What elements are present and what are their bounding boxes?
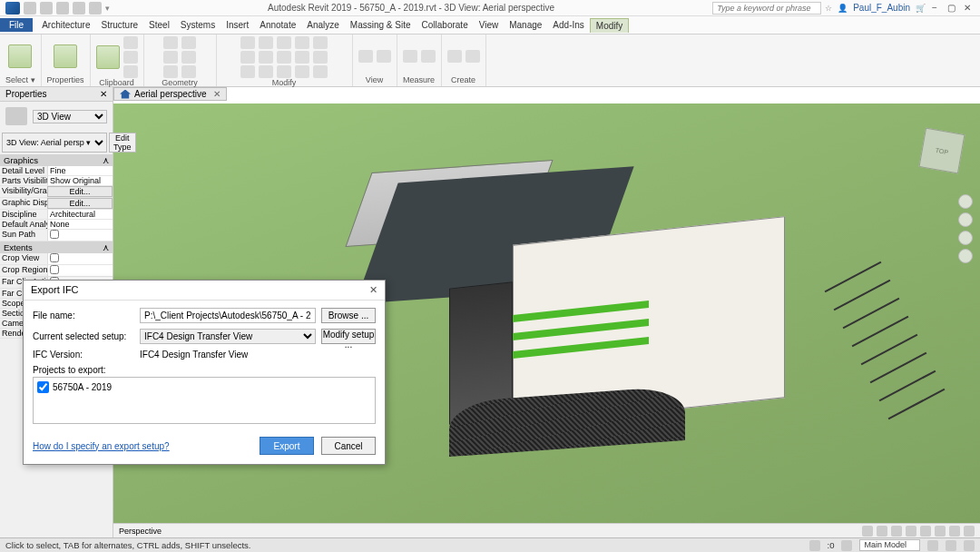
viewbar-icon-6[interactable] [935,526,946,537]
mod-icon-13[interactable] [313,36,328,49]
filename-input[interactable] [140,308,316,323]
align-icon[interactable] [240,36,255,49]
tab-architecture[interactable]: Architecture [36,18,95,32]
nav-orbit-icon[interactable] [958,249,973,263]
rotate-icon[interactable] [277,51,291,64]
cropview-checkbox[interactable] [50,253,59,262]
qat-undo-icon[interactable] [56,2,69,15]
help-search-input[interactable] [712,2,821,15]
scale-icon[interactable] [277,65,291,78]
tab-annotate[interactable]: Annotate [254,18,301,32]
view-tab-close-icon[interactable]: ✕ [213,89,220,99]
nav-pan-icon[interactable] [958,212,973,227]
modify-setup-button[interactable]: Modify setup ... [321,329,376,344]
help-link[interactable]: How do I specify an export setup? [33,441,252,451]
setup-select[interactable]: IFC4 Design Transfer View [140,329,316,344]
tab-steel[interactable]: Steel [143,18,175,32]
join-icon[interactable] [163,65,178,78]
cancel-button[interactable]: Cancel [321,437,376,455]
view-icon-1[interactable] [358,50,373,63]
qat-redo-icon[interactable] [73,2,85,15]
extents-section[interactable]: Extents⋏ [0,242,113,253]
array-icon[interactable] [259,65,273,78]
close-button[interactable]: ✕ [960,3,975,13]
copy-icon[interactable] [123,51,138,64]
nav-zoom-icon[interactable] [958,231,973,245]
filter-icon[interactable] [841,540,852,551]
mod-icon-14[interactable] [313,51,328,64]
edit-type-button[interactable]: Edit Type [109,133,136,153]
view-tab[interactable]: Aerial perspective ✕ [113,87,227,101]
viewbar-icon-1[interactable] [862,526,873,537]
dialog-titlebar[interactable]: Export IFC ✕ [24,281,385,301]
workset-select[interactable]: Main Model [859,539,920,551]
project-item[interactable]: 56750A - 2019 [37,381,371,393]
dimension-icon[interactable] [421,50,436,63]
view-icon-2[interactable] [377,50,391,63]
tab-structure[interactable]: Structure [95,18,143,32]
sunpath-checkbox[interactable] [50,230,59,239]
viewbar-icon-8[interactable] [964,526,975,537]
tab-addins[interactable]: Add-Ins [547,18,589,32]
modify-tool-icon[interactable] [8,44,32,68]
file-menu[interactable]: File [0,18,33,32]
measure-icon[interactable] [403,50,417,63]
delete-icon[interactable] [295,65,309,78]
cut-icon[interactable] [123,36,138,49]
pin-icon[interactable] [295,51,309,64]
cope-icon[interactable] [163,36,178,49]
type-select[interactable]: 3D View [33,110,107,123]
match-icon[interactable] [123,65,138,78]
paste-tool-icon[interactable] [96,45,120,69]
home-icon[interactable] [120,90,131,99]
view-cube[interactable]: TOP [919,128,965,174]
tab-manage[interactable]: Manage [504,18,547,32]
info-icon[interactable]: ☆ [825,4,832,13]
type-selector[interactable]: 3D View [0,102,113,131]
signin-icon[interactable]: 👤 [838,4,848,13]
viewbar-icon-4[interactable] [906,526,916,537]
properties-tool-icon[interactable] [54,44,77,68]
qat-open-icon[interactable] [24,2,36,15]
mod-icon-15[interactable] [313,65,328,78]
view-perspective-label[interactable]: Perspective [119,527,162,536]
tab-insert[interactable]: Insert [220,18,254,32]
geom-icon-5[interactable] [181,51,196,64]
cart-icon[interactable]: 🛒 [916,4,926,13]
tab-view[interactable]: View [474,18,505,32]
graphics-section[interactable]: Graphics⋏ [0,154,113,166]
tab-analyze[interactable]: Analyze [301,18,345,32]
user-name[interactable]: Paul_F_Aubin [853,3,910,13]
project-checkbox[interactable] [37,381,49,393]
browse-button[interactable]: Browse ... [321,308,376,323]
status-icon-1[interactable] [809,540,820,551]
viewbar-icon-5[interactable] [920,526,931,537]
properties-close-icon[interactable]: ✕ [100,89,107,99]
move-icon[interactable] [240,51,255,64]
viewbar-icon-3[interactable] [891,526,902,537]
minimize-button[interactable]: − [927,3,942,13]
copy-mod-icon[interactable] [259,51,273,64]
create-icon-2[interactable] [466,50,480,63]
viewbar-icon-7[interactable] [949,526,960,537]
maximize-button[interactable]: ▢ [944,3,958,13]
viewbar-icon-2[interactable] [877,526,887,537]
view-select[interactable]: 3D View: Aerial persp ▾ [2,133,107,153]
qat-print-icon[interactable] [89,2,102,15]
export-button[interactable]: Export [260,437,314,455]
tab-modify[interactable]: Modify [590,18,629,33]
mirror-icon[interactable] [259,36,273,49]
status-icon-2[interactable] [927,540,938,551]
geom-icon-6[interactable] [181,65,196,78]
tab-systems[interactable]: Systems [175,18,220,32]
split-icon[interactable] [295,36,309,49]
status-icon-4[interactable] [964,540,975,551]
cropregion-checkbox[interactable] [50,265,59,274]
status-icon-3[interactable] [946,540,956,551]
tab-massing[interactable]: Massing & Site [345,18,416,32]
trim-icon[interactable] [277,36,291,49]
tab-collaborate[interactable]: Collaborate [416,18,474,32]
dialog-close-icon[interactable]: ✕ [369,284,377,296]
create-icon-1[interactable] [447,50,462,63]
geom-icon-4[interactable] [181,36,196,49]
